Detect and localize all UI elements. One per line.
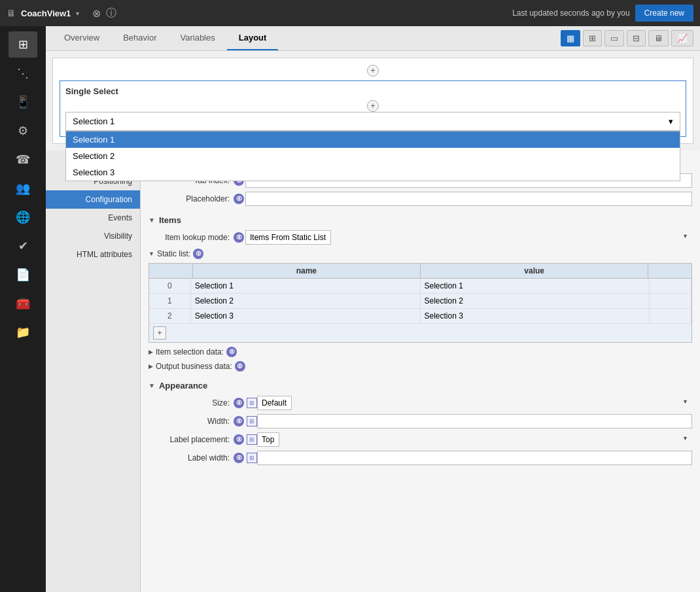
row-2-value-input[interactable] xyxy=(425,311,646,321)
sidebar-item-mobile[interactable]: 📱 xyxy=(9,89,37,115)
nav-item-html-attributes[interactable]: HTML attributes xyxy=(46,245,140,264)
row-2-value[interactable] xyxy=(421,309,650,323)
lookup-info-icon[interactable]: ⦿ xyxy=(234,232,244,243)
sidebar-item-flow[interactable]: ⋱ xyxy=(9,60,37,86)
nav-item-events[interactable]: Events xyxy=(46,209,140,227)
layout-view-btn2[interactable]: ⊞ xyxy=(583,30,602,46)
select-value: Selection 1 xyxy=(73,116,114,126)
output-business-data-row[interactable]: ▶ Output business data: ⦿ xyxy=(149,361,692,372)
static-list-info-icon[interactable]: ⦿ xyxy=(193,249,203,259)
sidebar-item-settings[interactable]: ⚙ xyxy=(9,118,37,144)
row-1-value-input[interactable] xyxy=(425,296,646,305)
app-title: CoachView1 xyxy=(21,9,71,18)
size-type-icon[interactable]: ⊞ xyxy=(247,398,257,408)
label-width-info-icon[interactable]: ⦿ xyxy=(234,453,244,463)
sidebar-item-doc[interactable]: 📄 xyxy=(9,262,37,288)
row-2-name-input[interactable] xyxy=(195,311,416,321)
props-content: ▼ Behavior Tab index: ⦿ Placeholder: ⦿ xyxy=(141,150,700,592)
label-width-type-icon[interactable]: ⊞ xyxy=(247,453,257,463)
width-icons: ⦿ ⊞ xyxy=(234,416,257,427)
sidebar-item-tools[interactable]: 🧰 xyxy=(9,290,37,317)
dropdown-item-1[interactable]: Selection 2 xyxy=(66,148,680,164)
appearance-arrow-icon: ▼ xyxy=(149,382,155,389)
size-select[interactable]: Default xyxy=(257,396,292,410)
static-list-header[interactable]: ▼ Static list: ⦿ xyxy=(149,249,692,259)
nav-item-configuration[interactable]: Configuration xyxy=(46,190,140,209)
add-above-btn[interactable]: + xyxy=(367,65,379,77)
row-1-name-input[interactable] xyxy=(195,296,416,305)
items-table: name value 0 1 xyxy=(149,263,692,343)
tab-behavior[interactable]: Behavior xyxy=(111,26,168,50)
device-btn-desktop[interactable]: 🖥 xyxy=(648,30,669,46)
row-2-name[interactable] xyxy=(191,309,421,323)
label-placement-icons: ⦿ ⊞ xyxy=(234,434,257,445)
width-info-icon[interactable]: ⦿ xyxy=(234,416,244,427)
label-placement-info-icon[interactable]: ⦿ xyxy=(234,434,244,445)
select-display[interactable]: Selection 1 ▾ xyxy=(65,112,680,131)
item-selection-data-row[interactable]: ▶ Item selection data: ⦿ xyxy=(149,347,692,357)
label-placement-label: Label placement: xyxy=(149,435,234,444)
create-new-button[interactable]: Create new xyxy=(635,5,693,22)
left-sidebar: ⊞ ⋱ 📱 ⚙ ☎ 👥 🌐 ✔ 📄 🧰 📁 xyxy=(0,26,46,592)
globe-icon: 🌐 xyxy=(16,210,30,224)
table-row-2: 2 xyxy=(149,309,691,324)
preview-component: Single Select + Selection 1 ▾ Selection … xyxy=(60,80,686,137)
tab-layout[interactable]: Layout xyxy=(227,26,279,50)
nav-item-visibility[interactable]: Visibility xyxy=(46,227,140,245)
table-row-1: 1 xyxy=(149,294,691,309)
label-placement-select[interactable]: Top xyxy=(257,432,279,447)
row-0-name[interactable] xyxy=(191,279,421,293)
chevron-down-icon: ▾ xyxy=(669,116,673,126)
label-width-label: Label width: xyxy=(149,453,234,462)
info-icon[interactable]: ⓘ xyxy=(106,7,116,20)
size-info-icon[interactable]: ⦿ xyxy=(234,398,244,408)
row-1-name[interactable] xyxy=(191,294,421,308)
lookup-select[interactable]: Items From Static List xyxy=(245,230,331,245)
tab-overview[interactable]: Overview xyxy=(52,26,111,50)
row-0-value[interactable] xyxy=(421,279,650,293)
component-title: Single Select xyxy=(65,86,680,96)
sidebar-item-check[interactable]: ✔ xyxy=(9,233,37,259)
size-icons: ⦿ ⊞ xyxy=(234,398,257,408)
label-placement-type-icon[interactable]: ⊞ xyxy=(247,434,257,445)
close-icon[interactable]: ⊗ xyxy=(92,7,101,20)
sidebar-item-folder[interactable]: 📁 xyxy=(9,319,37,345)
tools-icon: 🧰 xyxy=(16,296,30,311)
dropdown-item-0[interactable]: Selection 1 xyxy=(66,131,680,148)
width-input[interactable] xyxy=(257,414,692,428)
static-list-arrow-icon: ▼ xyxy=(149,251,154,257)
service-icon: ☎ xyxy=(16,152,30,167)
row-0-name-input[interactable] xyxy=(195,281,416,290)
main-layout: ⊞ ⋱ 📱 ⚙ ☎ 👥 🌐 ✔ 📄 🧰 📁 xyxy=(0,26,700,592)
sidebar-item-globe[interactable]: 🌐 xyxy=(9,204,37,230)
items-section-header[interactable]: ▼ Items xyxy=(149,215,692,225)
sidebar-item-grid[interactable]: ⊞ xyxy=(9,31,37,58)
device-btn-tablet[interactable]: ▭ xyxy=(604,30,624,46)
tab-variables[interactable]: Variables xyxy=(169,26,227,50)
row-1-value[interactable] xyxy=(421,294,650,308)
chart-tool-btn[interactable]: 📈 xyxy=(671,30,693,46)
lookup-select-wrapper: Items From Static List xyxy=(245,230,692,245)
output-business-info-icon[interactable]: ⦿ xyxy=(235,361,245,372)
item-selection-info-icon[interactable]: ⦿ xyxy=(226,347,237,357)
sidebar-item-service[interactable]: ☎ xyxy=(9,147,37,173)
add-row-btn[interactable]: + xyxy=(153,326,166,340)
row-0-value-input[interactable] xyxy=(425,281,646,290)
appearance-section-header[interactable]: ▼ Appearance xyxy=(149,381,692,391)
width-type-icon[interactable]: ⊞ xyxy=(247,416,257,427)
dropdown-item-2[interactable]: Selection 3 xyxy=(66,164,680,181)
sidebar-item-team[interactable]: 👥 xyxy=(9,175,37,201)
index-col-header xyxy=(149,264,193,278)
check-icon: ✔ xyxy=(18,239,28,253)
device-btn-split[interactable]: ⊟ xyxy=(627,30,646,46)
properties-area: General Positioning Configuration Events… xyxy=(46,150,700,592)
items-arrow-icon: ▼ xyxy=(149,217,155,224)
placeholder-info-icon[interactable]: ⦿ xyxy=(234,194,244,204)
items-title: Items xyxy=(159,215,181,225)
doc-icon: 📄 xyxy=(16,268,30,282)
label-width-input[interactable] xyxy=(257,451,692,465)
layout-view-btn1[interactable]: ▦ xyxy=(561,30,580,46)
action-col-header xyxy=(648,264,691,278)
placeholder-input[interactable] xyxy=(245,192,692,206)
add-inner-btn[interactable]: + xyxy=(367,100,379,112)
